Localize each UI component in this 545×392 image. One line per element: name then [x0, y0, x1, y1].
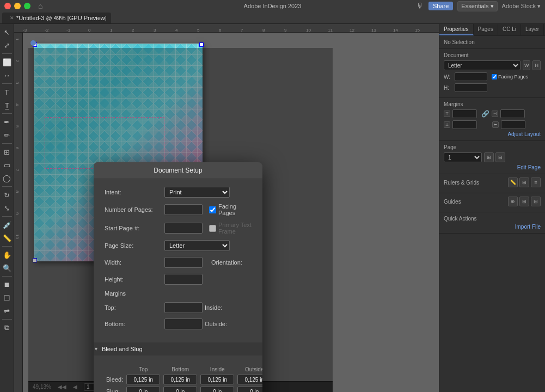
tab-cc-libraries[interactable]: CC Li [498, 24, 521, 35]
num-pages-input[interactable]: 1 [164, 204, 203, 215]
doc-height-icon[interactable]: H [532, 60, 541, 70]
adjust-layout-panel-link[interactable]: Adjust Layout [444, 131, 541, 137]
select-tool[interactable]: ↖ [1, 26, 13, 38]
document-preset-select[interactable]: Letter [444, 60, 520, 70]
page-icon-1[interactable]: ⊞ [484, 152, 494, 162]
margin-top-panel[interactable]: 0,5 in [452, 109, 477, 118]
right-panel: Properties Pages CC Li Layer No Selectio… [439, 24, 545, 392]
tool-separator-8 [2, 276, 12, 277]
rect-frame-tool[interactable]: ⊞ [1, 146, 13, 158]
slug-row: Slug: 🔓 [105, 385, 262, 392]
document-tab[interactable]: ✕ *Untitled-3 @ 49% [GPU Preview] [2, 13, 111, 23]
margins-header: Margins [105, 290, 164, 297]
page-select[interactable]: 1 [444, 152, 482, 162]
margin-bottom-input[interactable]: 0,5 in [164, 318, 203, 329]
orientation-label: Orientation: [211, 259, 262, 266]
margins-bottom-row-panel: ⊥ 0,5 in ⊢ 0,5 in [444, 120, 541, 129]
margin-outside-panel[interactable]: 0,5 in [501, 120, 525, 129]
type-on-path-tool[interactable]: T̲ [1, 99, 13, 111]
window-controls[interactable]: ⌂ [4, 2, 42, 10]
margin-inside-panel[interactable]: 0,5 in [500, 109, 525, 118]
eyedropper-tool[interactable]: 💉 [1, 219, 13, 231]
tab-close-icon[interactable]: ✕ [10, 15, 14, 21]
adobe-stock-button[interactable]: Adobe Stock ▾ [502, 3, 541, 10]
stroke-color[interactable]: □ [1, 292, 13, 304]
slug-outside[interactable] [237, 387, 262, 392]
guide-icon-3[interactable]: ⊟ [531, 197, 541, 206]
essentials-button[interactable]: Essentials ▾ [457, 1, 497, 11]
margin-bottom-panel[interactable]: 0,5 in [452, 120, 477, 129]
direct-select-tool[interactable]: ⤢ [1, 39, 13, 51]
margins-link-icon[interactable]: 🔗 [481, 110, 489, 118]
home-icon[interactable]: ⌂ [38, 2, 42, 10]
width-input-panel[interactable]: 8,5 in [455, 72, 487, 81]
ruler-icon[interactable]: 📏 [508, 177, 518, 187]
view-mode[interactable]: ⧉ [1, 322, 13, 334]
slug-bottom[interactable] [163, 387, 197, 392]
tab-layers[interactable]: Layer [521, 24, 544, 35]
tab-label: *Untitled-3 @ 49% [GPU Preview] [16, 15, 107, 21]
import-file-link[interactable]: Import File [444, 224, 541, 230]
facing-pages-panel-label: Facing Pages [498, 74, 528, 79]
facing-pages-row: Facing Pages [209, 203, 252, 216]
bleed-inside[interactable] [200, 375, 234, 384]
canvas-area[interactable]: -3 -2 -1 0 1 2 3 4 5 6 7 8 9 10 11 12 13… [14, 24, 439, 392]
intent-row: Intent: Print Web Mobile [105, 187, 252, 198]
guide-icon-1[interactable]: ⊕ [508, 197, 518, 206]
handle-tr[interactable] [199, 42, 204, 47]
margins-section-title: Margins [444, 101, 541, 107]
slug-inside[interactable] [200, 387, 234, 392]
height-input[interactable]: 11 in [164, 274, 203, 285]
bleed-bottom[interactable] [163, 375, 197, 384]
rotate-tool[interactable]: ↻ [1, 189, 13, 201]
grid-icon[interactable]: ⊞ [519, 177, 529, 187]
height-input-panel[interactable]: 11 in [455, 83, 487, 92]
zoom-tool[interactable]: 🔍 [1, 262, 13, 274]
hand-tool[interactable]: ✋ [1, 249, 13, 261]
edit-page-link[interactable]: Edit Page [444, 164, 541, 170]
bleed-top[interactable] [126, 375, 160, 384]
height-label-panel: H: [444, 85, 452, 91]
tool-separator-6 [2, 216, 12, 217]
tab-pages[interactable]: Pages [474, 24, 498, 35]
page-tool[interactable]: ⬜ [1, 56, 13, 68]
primary-text-checkbox[interactable] [209, 225, 216, 232]
guides-icons: ⊕ ⊞ ⊟ [508, 197, 541, 206]
microphone-icon[interactable]: 🎙 [417, 2, 424, 10]
swap-colors[interactable]: ⇌ [1, 305, 13, 317]
tool-separator-7 [2, 246, 12, 247]
intent-select[interactable]: Print Web Mobile [164, 187, 230, 198]
width-input[interactable]: 8,5 in [164, 257, 203, 268]
fill-color[interactable]: ■ [1, 279, 13, 291]
rect-tool[interactable]: ▭ [1, 159, 13, 171]
scale-tool[interactable]: ⤡ [1, 202, 13, 214]
page-icon-2[interactable]: ⊟ [495, 152, 505, 162]
tab-properties[interactable]: Properties [439, 24, 474, 35]
page-size-select[interactable]: Letter A4 Custom [164, 240, 230, 251]
margin-top-icon: ⊤ [444, 111, 450, 117]
margin-inside-label: Inside: [205, 304, 262, 311]
pencil-tool[interactable]: ✏ [1, 129, 13, 141]
pen-tool[interactable]: ✒ [1, 116, 13, 128]
close-button[interactable] [4, 3, 11, 9]
bleed-outside[interactable] [237, 375, 262, 384]
slug-top[interactable] [126, 387, 160, 392]
minimize-button[interactable] [14, 3, 21, 9]
col-bottom: Bottom [162, 365, 199, 373]
maximize-button[interactable] [24, 3, 30, 9]
facing-pages-panel-checkbox[interactable] [492, 74, 497, 79]
gap-tool[interactable]: ↔ [1, 69, 13, 81]
ellipse-tool[interactable]: ◯ [1, 172, 13, 184]
facing-pages-checkbox[interactable] [209, 206, 216, 213]
document-setup-dialog: Document Setup Intent: Print Web Mobile [94, 162, 262, 392]
measure-tool[interactable]: 📏 [1, 232, 13, 244]
doc-width-icon[interactable]: W [523, 60, 531, 70]
start-page-input[interactable]: 1 [164, 223, 203, 234]
guide-icon-2[interactable]: ⊞ [519, 197, 529, 206]
baseline-grid-icon[interactable]: ≡ [531, 177, 541, 187]
share-button[interactable]: Share [428, 2, 453, 10]
margin-top-input[interactable]: 0,5 in [164, 302, 203, 313]
section-collapse-icon[interactable]: ▼ [94, 346, 99, 352]
guides-label: Guides [444, 199, 506, 205]
type-tool[interactable]: T [1, 86, 13, 98]
